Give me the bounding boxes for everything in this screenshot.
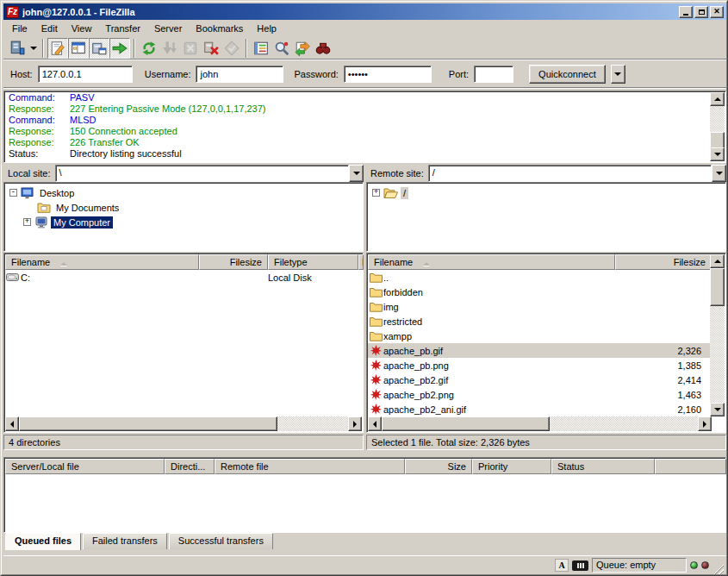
local-site-value[interactable]: \ xyxy=(55,165,349,182)
column-header-priority[interactable]: Priority xyxy=(472,459,551,474)
local-site-combo[interactable]: \ xyxy=(55,165,364,182)
username-input[interactable] xyxy=(196,66,283,83)
menu-help[interactable]: Help xyxy=(250,22,283,35)
data-connection-led-red xyxy=(701,561,709,569)
remote-vertical-scrollbar[interactable] xyxy=(710,254,725,416)
file-row[interactable]: .. xyxy=(368,270,712,285)
toggle-message-log-button[interactable] xyxy=(47,38,68,59)
file-row[interactable]: xampp xyxy=(368,329,712,343)
file-row[interactable]: restricted xyxy=(368,314,712,329)
expand-icon[interactable] xyxy=(372,189,380,197)
find-files-button[interactable] xyxy=(313,38,333,59)
directory-filters-button[interactable] xyxy=(251,38,271,59)
toggle-remote-tree-button[interactable] xyxy=(89,38,109,59)
directory-comparison-button[interactable] xyxy=(271,38,292,59)
column-header-filename[interactable]: Filename xyxy=(5,254,199,270)
file-row-selected[interactable]: apache_pb.gif 2,326 xyxy=(368,343,712,358)
port-input[interactable] xyxy=(474,66,513,83)
menu-edit[interactable]: Edit xyxy=(34,22,65,35)
remote-site-value[interactable]: / xyxy=(428,165,712,182)
host-input[interactable] xyxy=(38,66,133,83)
tree-item-my-computer[interactable]: My Computer xyxy=(4,215,363,229)
quickconnect-dropdown[interactable] xyxy=(611,65,625,84)
local-site-label: Local site: xyxy=(3,168,51,178)
tab-failed-transfers[interactable]: Failed transfers xyxy=(83,533,167,549)
quickconnect-button[interactable]: Quickconnect xyxy=(529,65,606,84)
tree-item-label[interactable]: My Computer xyxy=(51,216,113,229)
tree-item-desktop[interactable]: Desktop xyxy=(4,185,363,200)
reconnect-button[interactable] xyxy=(221,38,242,59)
refresh-button[interactable] xyxy=(139,38,159,59)
remote-site-combo[interactable]: / xyxy=(428,165,726,182)
tree-item-root[interactable]: / xyxy=(367,185,725,200)
log-scroll-thumb[interactable] xyxy=(710,132,725,149)
process-queue-button[interactable] xyxy=(159,38,180,59)
column-header-filesize[interactable]: Filesize xyxy=(199,254,268,270)
column-header-filename[interactable]: Filename xyxy=(368,254,615,270)
dropdown-caret-icon xyxy=(614,72,621,79)
column-header-last-modified[interactable]: L xyxy=(358,254,364,270)
tab-queued-files[interactable]: Queued files xyxy=(5,533,81,550)
toggle-transfer-queue-button[interactable] xyxy=(109,38,130,59)
column-header-status[interactable]: Status xyxy=(551,459,655,474)
port-label: Port: xyxy=(449,69,469,79)
sort-ascending-icon xyxy=(423,259,430,266)
tab-successful-transfers[interactable]: Successful transfers xyxy=(169,533,273,549)
reconnect-icon xyxy=(224,41,240,56)
site-manager-dropdown[interactable] xyxy=(28,38,39,59)
disconnect-button[interactable] xyxy=(201,38,221,59)
local-site-dropdown[interactable] xyxy=(349,165,364,182)
data-type-indicator-icon[interactable]: A xyxy=(555,559,569,572)
tree-item-label[interactable]: / xyxy=(401,187,408,199)
remote-vscroll-thumb[interactable] xyxy=(710,268,725,306)
menu-server[interactable]: Server xyxy=(147,22,189,35)
collapse-icon[interactable] xyxy=(9,189,17,197)
remote-horizontal-scrollbar[interactable] xyxy=(368,416,712,431)
column-header-server-local-file[interactable]: Server/Local file xyxy=(5,459,165,474)
expand-icon[interactable] xyxy=(23,218,31,226)
menu-bar: File Edit View Transfer Server Bookmarks… xyxy=(3,20,726,36)
local-tree-icon xyxy=(71,41,86,56)
column-header-filesize[interactable]: Filesize xyxy=(615,254,712,270)
local-file-list: Filename Filesize Filetype L C: Local Di… xyxy=(3,253,364,433)
column-header-size[interactable]: Size xyxy=(405,459,472,474)
tree-item-label[interactable]: Desktop xyxy=(37,187,77,199)
image-file-icon xyxy=(368,360,383,371)
local-hscroll-thumb[interactable] xyxy=(19,416,277,431)
cancel-operation-button[interactable] xyxy=(180,38,201,59)
column-header-direction[interactable]: Directi... xyxy=(165,459,215,474)
file-row[interactable]: forbidden xyxy=(368,285,712,299)
password-input[interactable] xyxy=(344,66,432,83)
resize-grip[interactable] xyxy=(712,563,724,574)
maximize-button[interactable] xyxy=(694,6,708,18)
file-row[interactable]: apache_pb2.gif 2,414 xyxy=(368,373,712,387)
file-row-c-drive[interactable]: C: Local Disk xyxy=(5,270,362,285)
file-row[interactable]: apache_pb2.png 1,463 xyxy=(368,387,712,402)
speed-limits-icon[interactable] xyxy=(572,560,588,571)
site-manager-button[interactable] xyxy=(7,38,28,59)
window-title: john@127.0.0.1 - FileZilla xyxy=(22,7,679,17)
remote-hscroll-thumb[interactable] xyxy=(382,416,550,431)
file-row[interactable]: apache_pb.png 1,385 xyxy=(368,358,712,373)
column-header-filetype[interactable]: Filetype xyxy=(268,254,358,270)
sort-ascending-icon xyxy=(60,259,67,266)
remote-tree: / xyxy=(366,182,726,252)
menu-transfer[interactable]: Transfer xyxy=(98,22,147,35)
column-header-remote-file[interactable]: Remote file xyxy=(215,459,405,474)
file-row[interactable]: apache_pb2_ani.gif 2,160 xyxy=(368,402,712,416)
menu-view[interactable]: View xyxy=(65,22,99,35)
log-scrollbar[interactable] xyxy=(710,92,725,161)
menu-bookmarks[interactable]: Bookmarks xyxy=(189,22,250,35)
local-horizontal-scrollbar[interactable] xyxy=(5,416,362,431)
minimize-button[interactable] xyxy=(679,6,693,18)
menu-file[interactable]: File xyxy=(5,22,34,35)
tree-item-label[interactable]: My Documents xyxy=(53,202,121,214)
file-type: Local Disk xyxy=(268,272,312,283)
synchronized-browsing-button[interactable] xyxy=(292,38,313,59)
file-row[interactable]: img xyxy=(368,299,712,314)
status-bar: A Queue: empty xyxy=(3,555,726,574)
tree-item-my-documents[interactable]: My Documents xyxy=(4,200,363,215)
toggle-local-tree-button[interactable] xyxy=(68,38,89,59)
close-button[interactable]: ✕ xyxy=(710,6,724,18)
remote-site-dropdown[interactable] xyxy=(712,165,726,182)
